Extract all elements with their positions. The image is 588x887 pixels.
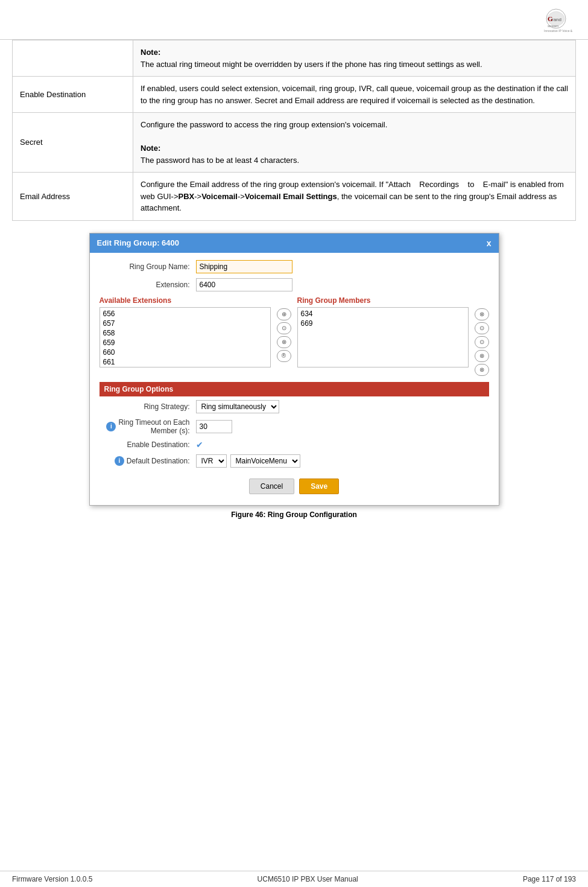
ring-timeout-label: Ring Timeout on EachMember (s): xyxy=(118,418,189,435)
extensions-section: Available Extensions 656 657 658 659 660… xyxy=(100,296,489,376)
main-content: Note: The actual ring timeout might be o… xyxy=(0,40,588,519)
list-item[interactable]: 657 xyxy=(101,319,269,328)
available-extensions-header: Available Extensions xyxy=(100,296,271,305)
figure-caption: Figure 46: Ring Group Configuration xyxy=(231,510,357,519)
dialog-body: Ring Group Name: Extension: Available Ex… xyxy=(90,253,499,505)
available-extensions-listbox[interactable]: 656 657 658 659 660 661 xyxy=(100,307,271,367)
figure-container: Edit Ring Group: 6400 x Ring Group Name:… xyxy=(12,233,576,519)
remove-arrow[interactable]: ⊗ xyxy=(277,336,291,348)
ring-group-name-label: Ring Group Name: xyxy=(100,262,196,271)
note-label-cell xyxy=(13,40,133,77)
default-destination-type-select[interactable]: IVR xyxy=(196,454,227,468)
bold-voicemail: Voicemail xyxy=(201,192,238,201)
ring-timeout-row: i Ring Timeout on EachMember (s): xyxy=(100,418,489,435)
svg-text:rand: rand xyxy=(552,17,561,22)
extension-input[interactable] xyxy=(196,278,292,291)
list-item[interactable]: 661 xyxy=(101,357,269,367)
note-text: The actual ring timeout might be overrid… xyxy=(141,60,482,69)
move-bottom-arrow[interactable]: ⊗ xyxy=(475,350,489,362)
note-content-cell: Note: The actual ring timeout might be o… xyxy=(133,40,576,77)
ring-group-members-listbox[interactable]: 634 669 xyxy=(297,307,469,367)
default-destination-row: i Default Destination: IVR MainVoiceMenu xyxy=(100,454,489,468)
dialog-title: Edit Ring Group: 6400 xyxy=(97,238,180,247)
move-top-arrow[interactable]: ⊗ xyxy=(475,308,489,320)
list-item[interactable]: 634 xyxy=(299,309,467,319)
enable-destination-label: Enable Destination xyxy=(13,77,133,113)
ring-timeout-info-icon[interactable]: i xyxy=(106,422,116,431)
ring-strategy-label: Ring Strategy: xyxy=(100,402,196,411)
ring-group-members-header: Ring Group Members xyxy=(297,296,469,305)
list-item[interactable]: 659 xyxy=(101,338,269,348)
dialog-close-button[interactable]: x xyxy=(487,238,492,248)
list-item[interactable]: 669 xyxy=(299,319,467,328)
default-destination-info-icon[interactable]: i xyxy=(115,456,124,466)
member-order-arrows: ⊗ ⊙ ⊙ ⊗ ⊗ xyxy=(475,296,489,376)
remove-member-arrow[interactable]: ⊗ xyxy=(475,364,489,376)
note-row: Note: The actual ring timeout might be o… xyxy=(13,40,576,77)
dialog-buttons: Cancel Save xyxy=(100,472,489,498)
dialog: Edit Ring Group: 6400 x Ring Group Name:… xyxy=(89,233,499,506)
secret-row: Secret Configure the password to access … xyxy=(13,113,576,173)
ring-timeout-label-wrapper: i Ring Timeout on EachMember (s): xyxy=(100,418,196,435)
enable-destination-form-row: Enable Destination: ✔ xyxy=(100,440,489,450)
bold-pbx: PBX xyxy=(179,192,195,201)
enable-destination-content: If enabled, users could select extension… xyxy=(133,77,576,113)
list-item[interactable]: 658 xyxy=(101,328,269,338)
move-down-arrow[interactable]: ⊙ xyxy=(475,336,489,348)
doc-table: Note: The actual ring timeout might be o… xyxy=(12,40,576,221)
svg-text:Innovative IP Voice & Video: Innovative IP Voice & Video xyxy=(544,29,573,33)
dialog-title-bar: Edit Ring Group: 6400 x xyxy=(90,234,499,253)
note-bold-label: Note: xyxy=(141,48,160,57)
footer-right: Page 117 of 193 xyxy=(523,875,576,883)
bold-voicemail-email: Voicemail Email Settings xyxy=(245,192,337,201)
page-header: G rand stream Innovative IP Voice & Vide… xyxy=(0,0,588,40)
enable-destination-row: Enable Destination If enabled, users cou… xyxy=(13,77,576,113)
move-up-arrow[interactable]: ⊙ xyxy=(475,322,489,334)
add-all-arrow[interactable]: ⊕ xyxy=(277,308,291,320)
secret-content: Configure the password to access the rin… xyxy=(133,113,576,173)
default-destination-label: Default Destination: xyxy=(127,457,190,465)
default-destination-name-select[interactable]: MainVoiceMenu xyxy=(230,454,300,468)
list-item[interactable]: 656 xyxy=(101,309,269,319)
secret-note-label: Note: xyxy=(141,144,160,153)
ring-timeout-input[interactable] xyxy=(196,420,232,433)
extension-row: Extension: xyxy=(100,278,489,291)
remove-all-arrow[interactable]: ® xyxy=(277,350,291,362)
enable-destination-checkbox[interactable]: ✔ xyxy=(196,440,203,450)
list-item[interactable]: 660 xyxy=(101,348,269,357)
secret-text: Configure the password to access the rin… xyxy=(141,120,387,129)
ring-group-members-panel: Ring Group Members 634 669 xyxy=(297,296,469,367)
footer-left: Firmware Version 1.0.0.5 xyxy=(12,875,92,883)
cancel-button[interactable]: Cancel xyxy=(249,478,294,494)
secret-note-text: The password has to be at least 4 charac… xyxy=(141,156,299,165)
ring-group-name-row: Ring Group Name: xyxy=(100,260,489,273)
svg-text:stream: stream xyxy=(548,24,558,28)
save-button[interactable]: Save xyxy=(299,478,339,494)
page-footer: Firmware Version 1.0.0.5 UCM6510 IP PBX … xyxy=(0,871,588,887)
add-arrow[interactable]: ⊙ xyxy=(277,322,291,334)
logo: G rand stream Innovative IP Voice & Vide… xyxy=(504,6,576,36)
footer-center: UCM6510 IP PBX User Manual xyxy=(258,875,358,883)
extension-label: Extension: xyxy=(100,281,196,289)
ring-strategy-row: Ring Strategy: Ring simultaneously xyxy=(100,400,489,413)
enable-destination-form-label: Enable Destination: xyxy=(100,440,196,449)
ring-group-name-input[interactable] xyxy=(196,260,292,273)
ring-strategy-select[interactable]: Ring simultaneously xyxy=(196,400,279,413)
ring-group-options-header: Ring Group Options xyxy=(100,382,489,396)
default-destination-label-wrapper: i Default Destination: xyxy=(100,456,196,466)
email-address-row: Email Address Configure the Email addres… xyxy=(13,173,576,221)
email-address-label: Email Address xyxy=(13,173,133,221)
email-address-content: Configure the Email address of the ring … xyxy=(133,173,576,221)
available-extensions-panel: Available Extensions 656 657 658 659 660… xyxy=(100,296,271,367)
transfer-arrows: ⊕ ⊙ ⊗ ® xyxy=(277,296,291,362)
secret-label: Secret xyxy=(13,113,133,173)
